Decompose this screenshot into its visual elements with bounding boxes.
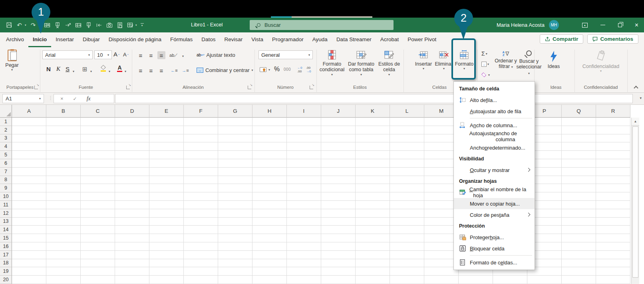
cell-I10[interactable] [287,192,321,201]
cell-H17[interactable] [252,251,287,259]
cell-J13[interactable] [321,218,356,226]
cell-C7[interactable] [81,168,115,176]
cell-A1[interactable] [12,118,46,126]
cell-E13[interactable] [149,218,184,226]
cell-L15[interactable] [390,234,424,242]
cell-F17[interactable] [184,251,218,259]
row-header-2[interactable]: 2 [0,126,12,134]
cell-G8[interactable] [218,176,252,184]
cell-A12[interactable] [12,209,46,218]
tab-power-pivot[interactable]: Power Pivot [403,32,441,47]
cell-A2[interactable] [12,126,46,134]
cell-L17[interactable] [390,251,424,259]
cell-K17[interactable] [356,251,390,259]
chevron-down-icon[interactable]: ▾ [90,70,92,73]
row-header-10[interactable]: 10 [0,192,12,201]
cell-B5[interactable] [46,151,81,159]
cell-R3[interactable] [596,134,630,143]
cell-F7[interactable] [184,168,218,176]
cell-B10[interactable] [46,192,81,201]
avatar[interactable]: MH [549,20,559,30]
menu-item-cambiar-nombre-hoja[interactable]: Cambiar el nombre de la hoja [454,187,535,198]
cell-I14[interactable] [287,226,321,234]
cell-L5[interactable] [390,151,424,159]
cell-N20[interactable] [459,276,493,284]
cell-K16[interactable] [356,242,390,251]
cell-F8[interactable] [184,176,218,184]
font-color-button[interactable]: A [117,65,122,72]
cell-Q1[interactable] [562,118,596,126]
menu-item-autoajustar-ancho-de-columna[interactable]: Autoajustar ancho de columna [454,131,535,142]
cell-K3[interactable] [356,134,390,143]
cell-Q8[interactable] [562,176,596,184]
cell-F3[interactable] [184,134,218,143]
chevron-down-icon[interactable]: ▾ [25,24,26,27]
delete-columns-icon[interactable] [64,22,71,28]
cell-E3[interactable] [149,134,184,143]
row-header-18[interactable]: 18 [0,259,12,268]
cell-C11[interactable] [81,201,115,209]
cell-B19[interactable] [46,267,81,276]
cell-I2[interactable] [287,126,321,134]
cell-C4[interactable] [81,142,115,151]
column-header-L[interactable]: L [390,105,424,118]
increase-font-button[interactable]: Aˆ [113,51,119,58]
row-header-15[interactable]: 15 [0,234,12,242]
comments-button[interactable]: Comentarios [587,34,638,44]
cell-G4[interactable] [218,142,252,151]
cell-E11[interactable] [149,201,184,209]
cell-J4[interactable] [321,142,356,151]
cell-D3[interactable] [115,134,149,143]
cell-I12[interactable] [287,209,321,218]
cell-J2[interactable] [321,126,356,134]
font-size-select[interactable]: 10▾ [94,50,112,59]
insert-cells-icon[interactable] [75,22,81,28]
cell-E16[interactable] [149,242,184,251]
cell-Q7[interactable] [562,168,596,176]
cell-I8[interactable] [287,176,321,184]
insert-rows-icon[interactable] [85,22,92,28]
decrease-decimal-icon[interactable]: .00→0 [306,66,311,74]
tab-programador[interactable]: Programador [268,32,308,47]
cell-L12[interactable] [390,209,424,218]
cell-D4[interactable] [115,142,149,151]
autosum-button[interactable]: Σ▾ [481,50,487,57]
cell-R18[interactable] [596,259,630,268]
cell-B13[interactable] [46,218,81,226]
restore-icon[interactable] [618,23,622,27]
cell-L19[interactable] [390,267,424,276]
cell-H10[interactable] [252,192,287,201]
cell-G9[interactable] [218,184,252,192]
menu-item-ancho-predeterminado[interactable]: Ancho predeterminado... [454,142,535,153]
cell-F9[interactable] [184,184,218,192]
delete-rows-icon[interactable] [54,22,61,28]
row-header-9[interactable]: 9 [0,184,12,192]
cell-K18[interactable] [356,259,390,268]
cell-A13[interactable] [12,218,46,226]
align-bottom-icon[interactable]: ≡ [157,51,165,59]
cell-R4[interactable] [596,142,630,151]
decrease-font-button[interactable]: Aˇ [123,52,129,58]
cell-A6[interactable] [12,159,46,168]
cell-J16[interactable] [321,242,356,251]
cell-J9[interactable] [321,184,356,192]
cell-B2[interactable] [46,126,81,134]
cell-C18[interactable] [81,259,115,268]
cancel-icon[interactable]: × [60,96,64,102]
share-button[interactable]: Compartir [540,34,584,44]
cell-Q18[interactable] [562,259,596,268]
cell-D15[interactable] [115,234,149,242]
row-header-8[interactable]: 8 [0,176,12,184]
cell-A16[interactable] [12,242,46,251]
tab-data-streamer[interactable]: Data Streamer [332,32,376,47]
cell-A3[interactable] [12,134,46,143]
cell-D12[interactable] [115,209,149,218]
row-header-1[interactable]: 1 [0,118,12,126]
cell-H18[interactable] [252,259,287,268]
cell-J15[interactable] [321,234,356,242]
cell-B7[interactable] [46,168,81,176]
menu-item-ocultar-y-mostrar[interactable]: Ocultar y mostrar [454,164,535,176]
cell-H7[interactable] [252,168,287,176]
row-header-3[interactable]: 3 [0,134,12,143]
cell-H11[interactable] [252,201,287,209]
